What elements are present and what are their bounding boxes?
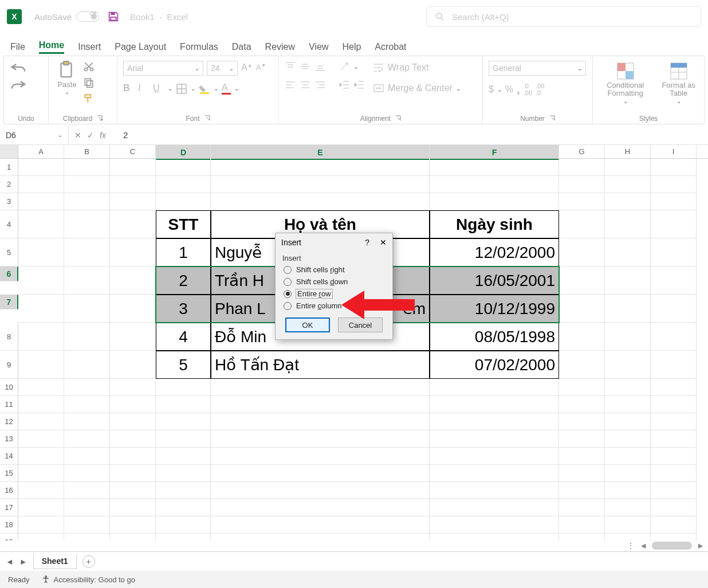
redo-icon[interactable]: [10, 79, 27, 89]
comma-icon[interactable]: ,: [517, 83, 520, 96]
font-size-select[interactable]: 24⌄: [207, 61, 238, 76]
cancel-formula-icon[interactable]: ✕: [74, 131, 81, 140]
increase-decimal-icon[interactable]: .0.00: [524, 83, 532, 96]
cell-F4[interactable]: Ngày sinh: [430, 210, 559, 238]
align-right-icon[interactable]: [314, 79, 326, 91]
number-format-select[interactable]: General⌄: [489, 61, 586, 76]
format-painter-icon[interactable]: [83, 93, 95, 104]
horizontal-scrollbar[interactable]: [652, 542, 692, 550]
toggle-icon[interactable]: Off: [76, 11, 99, 22]
col-B[interactable]: B: [64, 145, 110, 158]
number-launcher[interactable]: [549, 115, 555, 123]
format-table-button[interactable]: Format as Table ⌄: [659, 60, 698, 105]
increase-font-icon[interactable]: A▲: [241, 62, 253, 74]
new-sheet-button[interactable]: +: [82, 555, 95, 568]
align-bottom-icon[interactable]: [314, 61, 326, 72]
fx-icon[interactable]: fx: [100, 131, 106, 140]
col-F[interactable]: F: [430, 145, 559, 160]
wrap-text-button[interactable]: Wrap Text: [373, 62, 461, 73]
bold-icon[interactable]: B: [123, 83, 135, 95]
sheet-tab-1[interactable]: Sheet1: [33, 554, 77, 569]
tab-formulas[interactable]: Formulas: [180, 42, 218, 54]
row-18[interactable]: 18: [0, 516, 18, 534]
radio-entire-row[interactable]: Entire row: [276, 288, 392, 300]
cell-F7[interactable]: 10/12/1999: [430, 295, 559, 323]
search-input[interactable]: Search (Alt+Q): [426, 6, 701, 27]
tab-review[interactable]: Review: [265, 42, 295, 54]
tab-file[interactable]: File: [10, 42, 25, 54]
row-13[interactable]: 13: [0, 430, 18, 448]
font-launcher[interactable]: [204, 115, 210, 123]
radio-shift-down[interactable]: Shift cells down: [276, 276, 392, 288]
cell-D7[interactable]: 3: [156, 295, 211, 323]
close-icon[interactable]: ✕: [380, 238, 387, 247]
underline-icon[interactable]: U: [153, 83, 164, 95]
row-11[interactable]: 11: [0, 396, 18, 413]
borders-icon[interactable]: [176, 83, 187, 95]
col-C[interactable]: C: [110, 145, 156, 158]
enter-formula-icon[interactable]: ✓: [87, 131, 94, 140]
tab-data[interactable]: Data: [232, 42, 251, 54]
cell-F5[interactable]: 12/02/2000: [430, 238, 559, 266]
font-color-icon[interactable]: A: [222, 83, 231, 95]
paste-button[interactable]: Paste⌄: [54, 58, 80, 96]
save-icon[interactable]: [107, 10, 120, 23]
cell-D6[interactable]: 2: [156, 266, 211, 295]
help-icon[interactable]: ?: [365, 238, 369, 247]
cell-E9[interactable]: Hồ Tấn Đạt: [211, 351, 430, 379]
col-I[interactable]: I: [651, 145, 697, 158]
align-center-icon[interactable]: [300, 79, 311, 91]
font-name-select[interactable]: Arial⌄: [123, 61, 203, 76]
cell-D5[interactable]: 1: [156, 238, 211, 266]
undo-icon[interactable]: [10, 62, 27, 72]
tab-insert[interactable]: Insert: [78, 42, 101, 54]
tab-help[interactable]: Help: [342, 42, 361, 54]
col-H[interactable]: H: [605, 145, 651, 158]
cell-D9[interactable]: 5: [156, 351, 211, 379]
row-7[interactable]: 7: [0, 295, 18, 309]
next-sheet-icon[interactable]: ►: [19, 557, 27, 566]
select-all-corner[interactable]: [0, 145, 18, 158]
ok-button[interactable]: OK: [285, 317, 330, 332]
col-E[interactable]: E: [211, 145, 430, 160]
merge-center-button[interactable]: Merge & Center ⌄: [373, 83, 461, 94]
orientation-icon[interactable]: [339, 61, 350, 72]
scroll-right-icon[interactable]: ►: [697, 541, 705, 550]
scroll-left-icon[interactable]: ◄: [639, 541, 647, 550]
tab-page-layout[interactable]: Page Layout: [115, 42, 166, 54]
cell-F8[interactable]: 08/05/1998: [430, 323, 559, 351]
row-14[interactable]: 14: [0, 448, 18, 465]
decrease-font-icon[interactable]: A▼: [256, 62, 268, 74]
prev-sheet-icon[interactable]: ◄: [6, 557, 14, 566]
row-19[interactable]: 19: [0, 534, 18, 540]
decrease-indent-icon[interactable]: [339, 79, 350, 91]
row-12[interactable]: 12: [0, 413, 18, 430]
row-4[interactable]: 4: [0, 210, 18, 238]
cell-D4[interactable]: STT: [156, 210, 211, 238]
row-9[interactable]: 9: [0, 351, 18, 379]
row-2[interactable]: 2: [0, 176, 18, 193]
row-6[interactable]: 6: [0, 266, 18, 281]
cancel-button[interactable]: Cancel: [338, 317, 383, 332]
decrease-decimal-icon[interactable]: .00.0: [536, 83, 544, 96]
col-G[interactable]: G: [559, 145, 605, 158]
align-middle-icon[interactable]: [300, 61, 311, 72]
spreadsheet-grid[interactable]: A B C D E F G H I 1 2 3 4STTHọ và tênNgà…: [0, 145, 708, 540]
tab-home[interactable]: Home: [39, 40, 64, 54]
cell-D8[interactable]: 4: [156, 323, 211, 351]
align-left-icon[interactable]: [285, 79, 296, 91]
row-3[interactable]: 3: [0, 193, 18, 210]
autosave-toggle[interactable]: AutoSave Off: [34, 11, 99, 22]
col-D[interactable]: D: [156, 145, 211, 160]
accessibility-status[interactable]: Accessibility: Good to go: [54, 575, 135, 584]
cell-F9[interactable]: 07/02/2000: [430, 351, 559, 379]
copy-icon[interactable]: [83, 77, 95, 88]
increase-indent-icon[interactable]: [353, 79, 365, 91]
name-box[interactable]: D6⌄: [0, 126, 69, 144]
formula-input[interactable]: 2: [112, 130, 128, 140]
row-5[interactable]: 5: [0, 238, 18, 266]
radio-shift-right[interactable]: Shift cells right: [276, 264, 392, 276]
cut-icon[interactable]: [83, 61, 95, 72]
col-A[interactable]: A: [18, 145, 64, 158]
percent-icon[interactable]: %: [505, 84, 513, 95]
